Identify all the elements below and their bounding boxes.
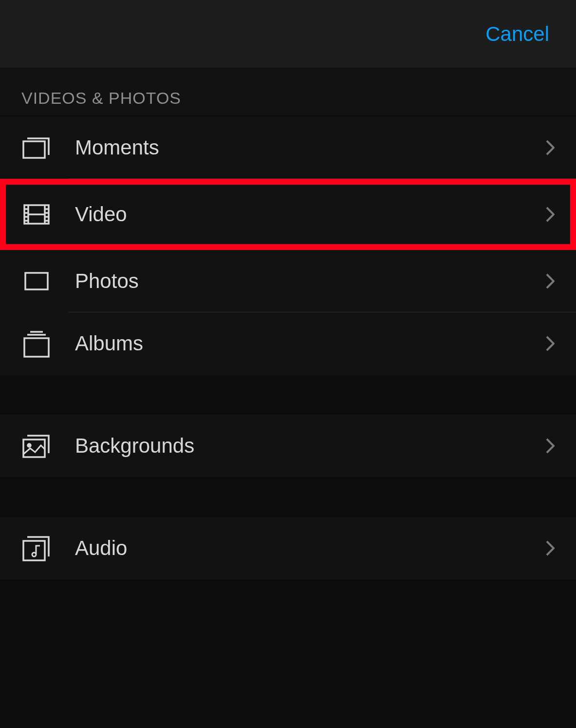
section-header-videos-photos: VIDEOS & PHOTOS [0,68,576,115]
item-label: Backgrounds [75,434,546,458]
chevron-right-icon [546,207,555,222]
list-audio: Audio [0,517,576,579]
list-videos-photos: Moments Video [0,116,576,375]
photos-icon [21,266,52,296]
chevron-right-icon [546,336,555,351]
chevron-right-icon [546,140,555,155]
item-label: Albums [75,332,546,355]
svg-rect-14 [24,338,49,357]
chevron-right-icon [546,273,555,289]
svg-point-18 [28,444,31,447]
list-backgrounds: Backgrounds [0,415,576,477]
list-item-moments[interactable]: Moments [0,116,576,179]
svg-rect-17 [23,440,45,457]
svg-rect-19 [23,541,45,560]
list-item-video[interactable]: Video [0,179,576,250]
item-label: Photos [75,269,546,293]
moments-icon [21,133,52,163]
list-item-albums[interactable]: Albums [0,312,576,375]
chevron-right-icon [546,438,555,454]
list-item-backgrounds[interactable]: Backgrounds [0,415,576,477]
audio-icon [21,533,52,563]
svg-rect-0 [23,141,45,158]
albums-icon [21,328,52,359]
item-label: Video [75,203,546,226]
svg-rect-13 [25,273,48,289]
list-item-photos[interactable]: Photos [0,250,576,312]
cancel-button[interactable]: Cancel [485,22,549,46]
header-bar: Cancel [0,0,576,68]
video-icon [21,199,52,230]
item-label: Moments [75,136,546,159]
list-item-audio[interactable]: Audio [0,517,576,579]
backgrounds-icon [21,431,52,461]
item-label: Audio [75,536,546,560]
chevron-right-icon [546,540,555,556]
